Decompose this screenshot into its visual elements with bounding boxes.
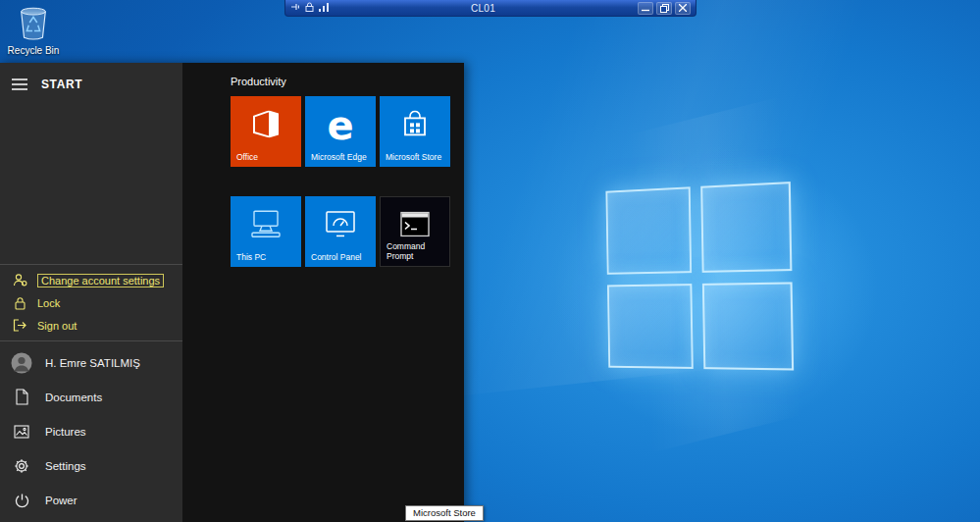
nav-item-label: H. Emre SATILMIŞ: [45, 357, 140, 369]
hamburger-menu-icon[interactable]: [12, 78, 27, 90]
windows-logo-pane: [605, 186, 691, 274]
start-menu-title: START: [41, 78, 82, 91]
connection-bar[interactable]: CL01: [284, 0, 696, 17]
tile-this-pc[interactable]: This PC: [231, 196, 301, 267]
tile-label: Microsoft Store: [386, 152, 441, 162]
command-prompt-icon: [400, 211, 430, 240]
settings-icon: [11, 458, 32, 474]
tile-label: Microsoft Edge: [311, 152, 367, 162]
recycle-bin-shortcut[interactable]: Recycle Bin: [4, 5, 63, 56]
menu-item-lock[interactable]: Lock: [0, 291, 182, 314]
user-avatar: [11, 352, 32, 374]
close-button[interactable]: [675, 2, 691, 15]
menu-item-label: Sign out: [37, 320, 77, 332]
nav-item-label: Pictures: [45, 426, 86, 438]
start-menu-nav: H. Emre SATILMIŞ Documents: [0, 341, 182, 522]
tile-label: This PC: [236, 252, 266, 262]
remote-desktop-screen: Recycle Bin CL01: [0, 0, 980, 522]
windows-logo: [605, 182, 794, 370]
recycle-bin-icon: [17, 5, 50, 44]
tile-microsoft-store[interactable]: Microsoft Store: [380, 96, 450, 167]
power-icon: [11, 493, 32, 508]
minimize-button[interactable]: [638, 2, 653, 15]
windows-logo-pane: [701, 282, 794, 371]
nav-item-label: Power: [45, 495, 77, 506]
sign-out-icon: [12, 319, 27, 332]
rail-spacer: [0, 103, 182, 264]
nav-item-label: Settings: [45, 460, 86, 472]
tile-row: Office e Microsoft Edge: [231, 96, 464, 167]
menu-item-sign-out[interactable]: Sign out: [0, 314, 182, 337]
tile-row: This PC Control Panel: [231, 196, 464, 267]
tile-microsoft-edge[interactable]: e Microsoft Edge: [305, 96, 376, 167]
start-menu-header: START: [0, 63, 182, 103]
nav-item-label: Documents: [45, 392, 102, 403]
tile-command-prompt[interactable]: Command Prompt: [380, 196, 450, 267]
start-menu: START Change account settings: [0, 63, 464, 522]
nav-item-documents[interactable]: Documents: [0, 380, 182, 414]
tile-label: Command Prompt: [387, 241, 438, 261]
tile-group-label[interactable]: Productivity: [231, 76, 464, 87]
nav-item-pictures[interactable]: Pictures: [0, 414, 182, 448]
tile-label: Control Panel: [311, 252, 362, 262]
documents-icon: [11, 389, 32, 405]
start-menu-tiles-area: Productivity Office e Microsoft Edge: [182, 63, 464, 522]
recycle-bin-label: Recycle Bin: [8, 45, 60, 56]
windows-logo-pane: [700, 182, 793, 272]
tile-office[interactable]: Office: [231, 96, 301, 167]
tile-control-panel[interactable]: Control Panel: [305, 196, 376, 267]
pin-icon[interactable]: [290, 2, 300, 14]
nav-item-power[interactable]: Power: [0, 483, 182, 517]
windows-logo-pane: [607, 284, 693, 369]
lock-icon: [12, 296, 27, 310]
nav-item-settings[interactable]: Settings: [0, 448, 182, 483]
menu-item-label: Lock: [37, 297, 60, 309]
lock-status-icon: [305, 2, 314, 14]
taskbar-tooltip: Microsoft Store: [405, 505, 484, 521]
edge-icon: e: [327, 106, 353, 145]
tile-label: Office: [236, 152, 258, 162]
menu-item-label: Change account settings: [37, 274, 164, 287]
nav-item-user-account[interactable]: H. Emre SATILMIŞ: [0, 345, 182, 380]
office-icon: [253, 110, 279, 141]
control-panel-icon: [326, 211, 355, 241]
menu-item-change-account-settings[interactable]: Change account settings: [0, 269, 182, 291]
account-settings-icon: [12, 273, 27, 287]
connection-title: CL01: [329, 3, 638, 14]
account-flyout-menu: Change account settings Lock: [0, 264, 182, 341]
pictures-icon: [11, 425, 32, 439]
store-icon: [402, 110, 428, 141]
restore-button[interactable]: [656, 2, 672, 15]
start-menu-rail: START Change account settings: [0, 63, 182, 522]
this-pc-icon: [248, 209, 284, 242]
signal-strength-icon: [319, 3, 329, 14]
